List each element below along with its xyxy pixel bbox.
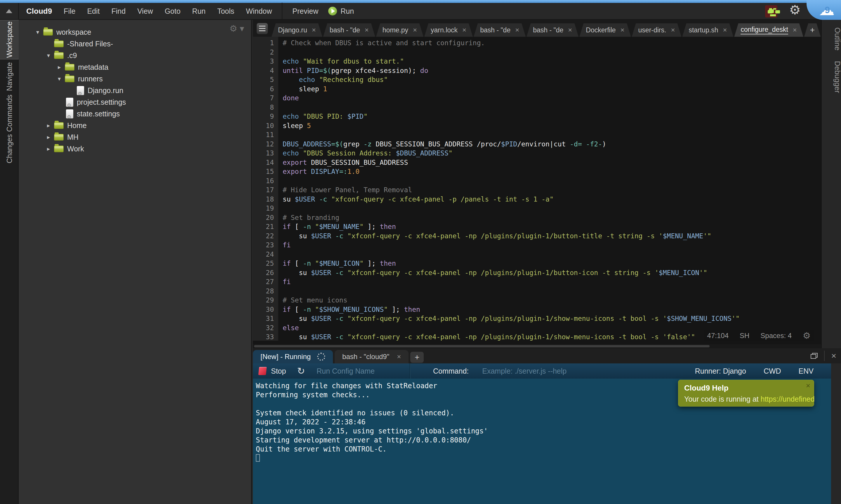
menu-file[interactable]: File bbox=[64, 7, 75, 16]
folder-icon bbox=[43, 29, 53, 36]
close-tab-icon[interactable]: × bbox=[462, 26, 466, 34]
tree-row-workspace[interactable]: ▾workspace bbox=[19, 26, 251, 38]
console-tab-bash-cloud9-[interactable]: bash - "cloud9"× bbox=[334, 350, 409, 363]
tree-open-icon[interactable]: ▾ bbox=[54, 75, 65, 82]
editor-tab-startup-sh[interactable]: startup.sh× bbox=[682, 23, 733, 37]
close-tab-icon[interactable]: × bbox=[620, 26, 624, 34]
panel-tab-outline[interactable]: Outline bbox=[822, 20, 841, 53]
close-popup-icon[interactable]: × bbox=[806, 381, 810, 390]
menu-window[interactable]: Window bbox=[246, 7, 272, 16]
maximize-console-icon[interactable] bbox=[811, 353, 818, 359]
tree-row-work[interactable]: ▸Work bbox=[19, 143, 251, 155]
close-tab-icon[interactable]: × bbox=[793, 26, 797, 34]
runner-selector[interactable]: Runner: Django bbox=[695, 367, 746, 375]
sidebar-tab-workspace[interactable]: Workspace bbox=[0, 20, 19, 59]
restart-icon[interactable]: ↻ bbox=[297, 365, 305, 377]
menu-tools[interactable]: Tools bbox=[217, 7, 234, 16]
tree-row-home[interactable]: ▸Home bbox=[19, 120, 251, 131]
menu-find[interactable]: Find bbox=[111, 7, 126, 16]
sidebar-tab-changes[interactable]: Changes bbox=[0, 132, 19, 165]
command-input[interactable]: Example: ./server.js --help bbox=[482, 367, 567, 375]
running-url-link[interactable]: https://undefined bbox=[761, 395, 815, 403]
tree-row-state-settings[interactable]: state.settings bbox=[19, 108, 251, 120]
close-console-icon[interactable]: × bbox=[831, 351, 836, 361]
code-line: export DISPLAY=:1.0 bbox=[283, 167, 740, 177]
line-number: 7 bbox=[253, 94, 274, 103]
new-console-tab-button[interactable]: + bbox=[410, 352, 424, 363]
line-number: 32 bbox=[253, 323, 274, 333]
close-tab-icon[interactable]: × bbox=[723, 26, 727, 34]
terminal-scroll-gutter[interactable] bbox=[831, 363, 841, 504]
editor-settings-gear-icon[interactable]: ⚙ bbox=[803, 331, 811, 340]
editor-tab-home-py[interactable]: home.py× bbox=[376, 23, 424, 37]
menu-preview[interactable]: Preview bbox=[292, 7, 318, 16]
code-line: su $USER -c "xfconf-query -c xfce4-panel… bbox=[283, 195, 740, 204]
tree-closed-icon[interactable]: ▸ bbox=[43, 145, 54, 152]
bug-icon bbox=[769, 9, 774, 13]
tree-open-icon[interactable]: ▾ bbox=[32, 29, 43, 36]
tree-open-icon[interactable]: ▾ bbox=[43, 52, 54, 59]
close-tab-icon[interactable]: × bbox=[568, 26, 572, 34]
code-line bbox=[283, 48, 740, 57]
tree-row-metadata[interactable]: ▸metadata bbox=[19, 61, 251, 73]
tree-closed-icon[interactable]: ▸ bbox=[43, 133, 54, 141]
tree-row--c9[interactable]: ▾.c9 bbox=[19, 50, 251, 61]
code-editor[interactable]: 1234567891011121314151617181920212223242… bbox=[253, 37, 821, 341]
collapse-up-icon bbox=[6, 9, 12, 13]
indent-setting[interactable]: Spaces: 4 bbox=[760, 331, 792, 340]
stop-button[interactable]: Stop bbox=[271, 367, 286, 375]
report-bug-button[interactable] bbox=[765, 5, 777, 18]
code-line bbox=[283, 287, 740, 296]
editor-tab-django-ru[interactable]: Django.ru× bbox=[272, 23, 322, 37]
collapse-menubar-button[interactable] bbox=[0, 3, 19, 19]
editor-tab-bash-de[interactable]: bash - "de× bbox=[527, 23, 579, 37]
play-icon bbox=[328, 7, 337, 16]
close-tab-icon[interactable]: × bbox=[312, 26, 316, 34]
scrollbar-handle[interactable] bbox=[254, 345, 709, 347]
close-tab-icon[interactable]: × bbox=[365, 26, 369, 34]
editor-tab-yarn-lock[interactable]: yarn.lock× bbox=[424, 23, 473, 37]
tree-row-runners[interactable]: ▾runners bbox=[19, 73, 251, 85]
env-button[interactable]: ENV bbox=[799, 367, 813, 375]
tree-row--shared-files-[interactable]: -Shared Files- bbox=[19, 38, 251, 50]
menu-goto[interactable]: Goto bbox=[165, 7, 181, 16]
menu-edit[interactable]: Edit bbox=[87, 7, 100, 16]
cwd-button[interactable]: CWD bbox=[763, 367, 781, 375]
tree-row-project-settings[interactable]: project.settings bbox=[19, 96, 251, 108]
menu-run[interactable]: Run bbox=[192, 7, 206, 16]
editor-tab-bash-de[interactable]: bash - "de× bbox=[474, 23, 526, 37]
code-content: # Check when DBUS is active and start co… bbox=[283, 38, 740, 341]
tree-label: runners bbox=[78, 75, 103, 83]
close-tab-icon[interactable]: × bbox=[515, 26, 519, 34]
tree-closed-icon[interactable]: ▸ bbox=[54, 64, 65, 71]
folder-icon bbox=[54, 52, 64, 59]
editor-tab-dockerfile[interactable]: Dockerfile× bbox=[579, 23, 631, 37]
new-tab-button[interactable]: + bbox=[804, 23, 821, 37]
editor-tab-bash-de[interactable]: bash - "de× bbox=[323, 23, 375, 37]
run-button[interactable]: Run bbox=[328, 7, 354, 16]
tree-label: Django.run bbox=[88, 86, 123, 95]
syntax-mode[interactable]: SH bbox=[740, 331, 749, 340]
code-line: DBUS_ADDRESS=$(grep -z DBUS_SESSION_BUS_… bbox=[283, 140, 740, 149]
close-tab-icon[interactable]: × bbox=[397, 353, 401, 361]
sidebar-tab-commands[interactable]: Commands bbox=[0, 94, 19, 132]
tree-row-django-run[interactable]: Django.run bbox=[19, 85, 251, 96]
sidebar-tab-navigate[interactable]: Navigate bbox=[0, 59, 19, 94]
close-tab-icon[interactable]: × bbox=[671, 26, 675, 34]
editor-tab-configure-deskt[interactable]: configure_deskt× bbox=[734, 23, 803, 37]
console-tab-label: bash - "cloud9" bbox=[342, 353, 389, 361]
run-config-name-input[interactable]: Run Config Name bbox=[316, 367, 375, 375]
close-tab-icon[interactable]: × bbox=[413, 26, 417, 34]
tree-closed-icon[interactable]: ▸ bbox=[43, 122, 54, 129]
menu-view[interactable]: View bbox=[137, 7, 153, 16]
console-tab-label: [New] - Running bbox=[260, 353, 311, 361]
editor-tab-user-dirs-[interactable]: user-dirs.× bbox=[632, 23, 682, 37]
console-tab--new-running[interactable]: [New] - Running bbox=[253, 350, 333, 363]
tree-row-mh[interactable]: ▸MH bbox=[19, 131, 251, 143]
editor-tabs: Django.ru×bash - "de×home.py×yarn.lock×b… bbox=[272, 23, 821, 37]
tab-list-button[interactable] bbox=[256, 23, 268, 34]
editor-horizontal-scrollbar[interactable] bbox=[253, 344, 821, 348]
settings-gear-icon[interactable]: ⚙ bbox=[789, 3, 801, 16]
app-logo-label[interactable]: Cloud9 bbox=[26, 7, 52, 16]
panel-tab-debugger[interactable]: Debugger bbox=[822, 53, 841, 96]
